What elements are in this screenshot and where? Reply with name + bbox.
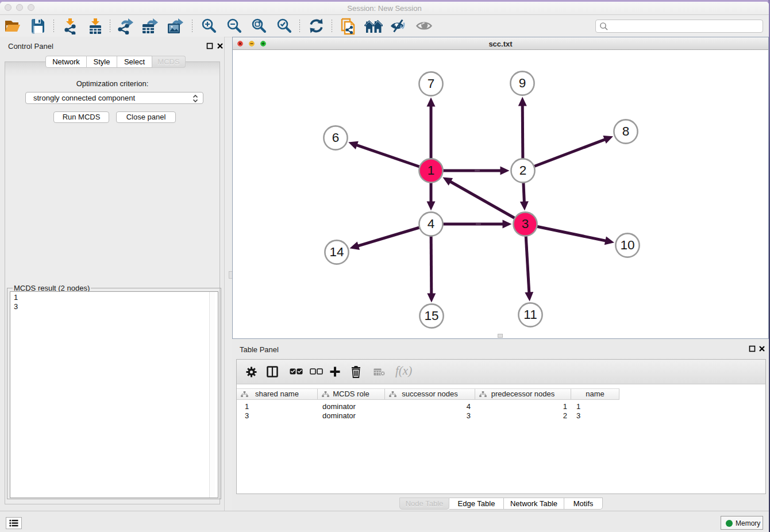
svg-text:10: 10 [620,238,634,252]
svg-text:6: 6 [332,130,340,145]
svg-text:9: 9 [519,76,526,90]
svg-text:2: 2 [519,163,527,178]
svg-text:4: 4 [428,217,435,231]
svg-text:15: 15 [424,309,438,323]
svg-text:1: 1 [428,163,435,178]
svg-text:8: 8 [622,124,630,138]
svg-text:11: 11 [523,307,537,322]
svg-text:3: 3 [522,217,529,231]
svg-text:7: 7 [428,76,435,91]
svg-text:14: 14 [329,245,344,259]
